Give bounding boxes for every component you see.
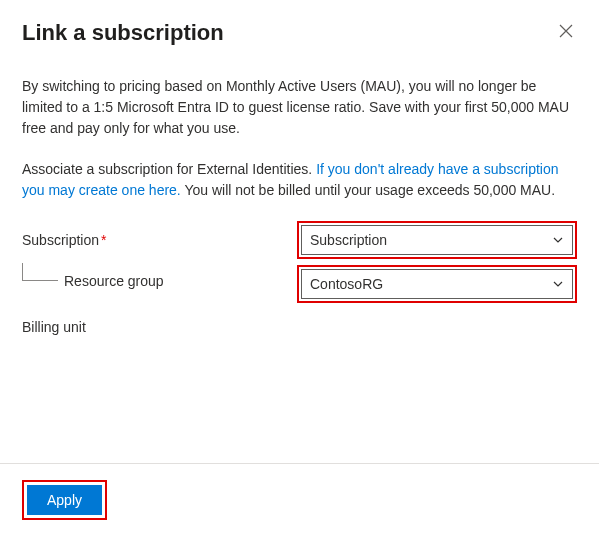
close-icon	[559, 24, 573, 41]
chevron-down-icon	[552, 278, 564, 290]
resource-group-dropdown[interactable]: ContosoRG	[301, 269, 573, 299]
subscription-label: Subscription	[22, 232, 99, 248]
close-button[interactable]	[555, 20, 577, 46]
resource-group-highlight: ContosoRG	[297, 265, 577, 303]
subscription-highlight: Subscription	[297, 221, 577, 259]
subscription-value: Subscription	[310, 232, 387, 248]
resource-group-value: ContosoRG	[310, 276, 383, 292]
resource-group-label: Resource group	[64, 273, 164, 289]
tree-indicator	[22, 263, 58, 281]
page-title: Link a subscription	[22, 20, 224, 46]
associate-suffix: You will not be billed until your usage …	[181, 182, 555, 198]
associate-prefix: Associate a subscription for External Id…	[22, 161, 316, 177]
apply-highlight: Apply	[22, 480, 107, 520]
required-indicator: *	[101, 232, 106, 248]
apply-button[interactable]: Apply	[27, 485, 102, 515]
associate-text: Associate a subscription for External Id…	[22, 159, 577, 201]
subscription-dropdown[interactable]: Subscription	[301, 225, 573, 255]
intro-text: By switching to pricing based on Monthly…	[22, 76, 577, 139]
billing-unit-label: Billing unit	[22, 319, 86, 335]
chevron-down-icon	[552, 234, 564, 246]
